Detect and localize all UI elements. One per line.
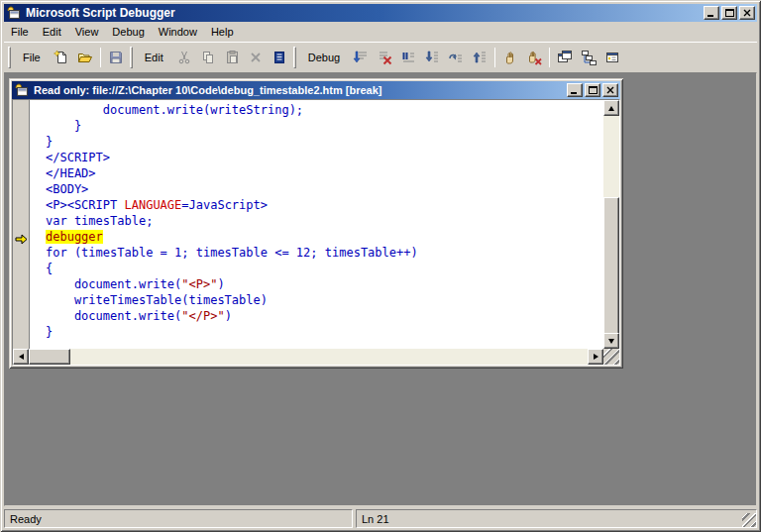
- paste-icon: [224, 50, 240, 65]
- code-line: }: [46, 118, 603, 134]
- cut-button[interactable]: [172, 46, 196, 69]
- scroll-down-button[interactable]: [603, 333, 619, 349]
- code-line: document.write("</P>"): [46, 308, 603, 324]
- code-line: }: [46, 324, 603, 340]
- break-button[interactable]: [396, 46, 420, 69]
- step-into-icon: [424, 50, 440, 65]
- window-resize-grip[interactable]: [742, 513, 756, 527]
- script-document-icon: [14, 82, 30, 98]
- window-title: Microsoft Script Debugger: [26, 6, 702, 20]
- code-line: document.write("<P>"): [46, 276, 603, 292]
- clear-all-breakpoints-icon: [526, 50, 542, 65]
- close-icon: [743, 9, 751, 17]
- copy-button[interactable]: [196, 46, 220, 69]
- status-message: Ready: [10, 513, 42, 525]
- step-out-button[interactable]: [468, 46, 491, 69]
- menu-item-window[interactable]: Window: [152, 24, 204, 40]
- minimize-icon: [707, 10, 715, 17]
- up-arrow-icon: [608, 106, 614, 111]
- vertical-scroll-thumb[interactable]: [603, 197, 619, 336]
- menu-item-view[interactable]: View: [68, 24, 106, 40]
- code-line: <P><SCRIPT LANGUAGE=JavaScript>: [46, 197, 603, 213]
- code-line: {: [46, 261, 603, 276]
- horizontal-scrollbar[interactable]: [13, 349, 603, 365]
- menu-item-edit[interactable]: Edit: [36, 24, 68, 40]
- maximize-button[interactable]: [721, 6, 737, 20]
- menu-item-help[interactable]: Help: [204, 24, 241, 40]
- call-stack-icon: [581, 50, 597, 65]
- line-number-panel: Ln 21: [356, 509, 757, 528]
- document-window: Read only: file://Z:\Chapter 10\Code\deb…: [9, 78, 623, 369]
- document-content: document.write(writeString); }}</SCRIPT>…: [12, 99, 620, 366]
- document-close-button[interactable]: [602, 83, 618, 97]
- open-file-button[interactable]: [73, 46, 97, 69]
- scroll-up-button[interactable]: [603, 100, 619, 116]
- right-arrow-icon: [594, 354, 598, 360]
- toolbar-separator: [494, 48, 495, 67]
- mdi-client-area: Read only: file://Z:\Chapter 10\Code\deb…: [4, 72, 757, 506]
- step-out-icon: [472, 50, 488, 65]
- break-icon: [400, 50, 416, 65]
- running-documents-button[interactable]: [553, 46, 577, 69]
- command-window-button[interactable]: [600, 46, 624, 69]
- left-arrow-icon: [19, 354, 24, 360]
- toolbar-debug-button[interactable]: Debug: [299, 46, 349, 69]
- titlebar[interactable]: Microsoft Script Debugger: [4, 4, 757, 22]
- scroll-right-button[interactable]: [588, 349, 603, 365]
- toolbar-gripper[interactable]: [293, 47, 296, 68]
- status-message-panel: Ready: [4, 509, 353, 528]
- open-file-icon: [77, 50, 93, 65]
- scroll-left-button[interactable]: [13, 349, 29, 365]
- run-button[interactable]: [349, 46, 373, 69]
- clear-all-breakpoints-button[interactable]: [522, 46, 546, 69]
- maximize-icon: [589, 86, 598, 94]
- toolbar-separator: [549, 48, 550, 67]
- toolbar-gripper[interactable]: [130, 47, 133, 68]
- menu-item-debug[interactable]: Debug: [105, 24, 151, 40]
- toolbar-separator: [100, 48, 101, 67]
- delete-button[interactable]: [244, 46, 268, 69]
- close-button[interactable]: [739, 6, 755, 20]
- maximize-icon: [725, 9, 734, 17]
- copy-icon: [200, 50, 216, 65]
- save-button[interactable]: [104, 46, 128, 69]
- document-titlebar[interactable]: Read only: file://Z:\Chapter 10\Code\deb…: [12, 81, 620, 99]
- minimize-icon: [571, 87, 579, 94]
- code-line: var timesTable;: [46, 213, 603, 229]
- menu-item-file[interactable]: File: [4, 24, 36, 40]
- statusbar: Ready Ln 21: [4, 506, 757, 528]
- code-editor[interactable]: document.write(writeString); }}</SCRIPT>…: [31, 100, 603, 349]
- horizontal-scroll-thumb[interactable]: [29, 349, 70, 365]
- toolbar-file-button[interactable]: File: [14, 46, 50, 69]
- paste-button[interactable]: [220, 46, 244, 69]
- toggle-breakpoint-icon: [502, 50, 518, 65]
- code-line: document.write(writeString);: [46, 102, 603, 118]
- code-line: }: [46, 134, 603, 150]
- menubar: File Edit View Debug Window Help: [4, 23, 757, 41]
- run-icon: [353, 50, 369, 65]
- step-into-button[interactable]: [420, 46, 444, 69]
- code-line: </SCRIPT>: [46, 150, 603, 165]
- stop-debugging-icon: [377, 50, 392, 65]
- toolbar-edit-button[interactable]: Edit: [136, 46, 172, 69]
- code-line: </HEAD>: [46, 165, 603, 181]
- delete-icon: [248, 50, 264, 65]
- script-debugger-icon: [6, 5, 22, 21]
- stop-debugging-button[interactable]: [373, 46, 396, 69]
- code-line: <BODY>: [46, 181, 603, 197]
- new-document-button[interactable]: [50, 46, 73, 69]
- document-resize-grip[interactable]: [603, 349, 619, 365]
- toggle-breakpoint-button[interactable]: [498, 46, 522, 69]
- call-stack-button[interactable]: [577, 46, 600, 69]
- document-maximize-button[interactable]: [585, 83, 600, 97]
- breakpoint-gutter[interactable]: [13, 100, 30, 349]
- document-minimize-button[interactable]: [567, 83, 583, 97]
- toolbar-gripper[interactable]: [8, 47, 11, 68]
- document-title: Read only: file://Z:\Chapter 10\Code\deb…: [34, 84, 565, 96]
- minimize-button[interactable]: [704, 6, 719, 20]
- toolbar: File Edit: [4, 42, 757, 71]
- script-outline-button[interactable]: [268, 46, 291, 69]
- vertical-scrollbar[interactable]: [603, 100, 619, 349]
- script-outline-icon: [272, 50, 287, 65]
- step-over-button[interactable]: [444, 46, 468, 69]
